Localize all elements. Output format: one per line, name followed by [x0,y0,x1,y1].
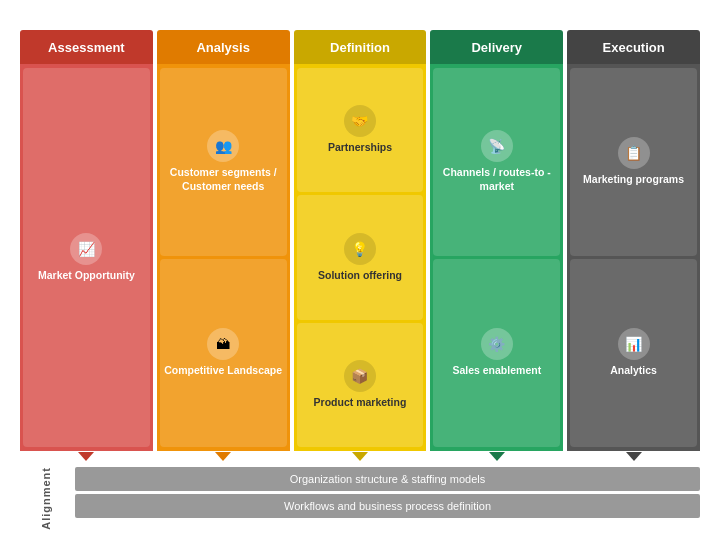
col-arrow-analysis [157,451,290,461]
card-analysis-1: 🏔Competitive Landscape [160,259,287,447]
col-body-analysis: 👥Customer segments / Customer needs🏔Comp… [157,64,290,451]
col-header-delivery: Delivery [430,30,563,64]
card-icon-definition-2: 📦 [344,360,376,392]
alignment-row-1: Workflows and business process definitio… [75,494,700,518]
alignment-row-0: Organization structure & staffing models [75,467,700,491]
card-label-delivery-1: Sales enablement [452,364,541,378]
alignment-section: AlignmentOrganization structure & staffi… [20,467,700,530]
card-icon-definition-1: 💡 [344,233,376,265]
card-label-assessment-0: Market Opportunity [38,269,135,283]
card-delivery-1: ⚙️Sales enablement [433,259,560,447]
page: Assessment📈Market OpportunityAnalysis👥Cu… [0,0,720,540]
col-definition: Definition🤝Partnerships💡Solution offerin… [294,30,427,461]
card-label-execution-1: Analytics [610,364,657,378]
card-icon-analysis-0: 👥 [207,130,239,162]
card-label-definition-2: Product marketing [314,396,407,410]
card-assessment-0: 📈Market Opportunity [23,68,150,447]
framework-grid: Assessment📈Market OpportunityAnalysis👥Cu… [20,30,700,461]
card-label-analysis-0: Customer segments / Customer needs [164,166,283,193]
card-definition-0: 🤝Partnerships [297,68,424,192]
col-delivery: Delivery📡Channels / routes-to -market⚙️S… [430,30,563,461]
card-label-definition-0: Partnerships [328,141,392,155]
card-definition-1: 💡Solution offering [297,195,424,319]
card-analysis-0: 👥Customer segments / Customer needs [160,68,287,256]
card-definition-2: 📦Product marketing [297,323,424,447]
card-icon-execution-0: 📋 [618,137,650,169]
col-header-assessment: Assessment [20,30,153,64]
col-assessment: Assessment📈Market Opportunity [20,30,153,461]
col-body-assessment: 📈Market Opportunity [20,64,153,451]
card-icon-delivery-1: ⚙️ [481,328,513,360]
col-body-execution: 📋Marketing programs📊Analytics [567,64,700,451]
card-delivery-0: 📡Channels / routes-to -market [433,68,560,256]
col-arrow-delivery [430,451,563,461]
card-label-delivery-0: Channels / routes-to -market [437,166,556,193]
col-analysis: Analysis👥Customer segments / Customer ne… [157,30,290,461]
col-arrow-execution [567,451,700,461]
card-label-analysis-1: Competitive Landscape [164,364,282,378]
col-arrow-assessment [20,451,153,461]
col-arrow-definition [294,451,427,461]
card-icon-delivery-0: 📡 [481,130,513,162]
alignment-rows: Organization structure & staffing models… [75,467,700,530]
col-header-definition: Definition [294,30,427,64]
alignment-label-wrap: Alignment [20,467,72,530]
card-icon-analysis-1: 🏔 [207,328,239,360]
col-body-delivery: 📡Channels / routes-to -market⚙️Sales ena… [430,64,563,451]
card-icon-execution-1: 📊 [618,328,650,360]
card-execution-0: 📋Marketing programs [570,68,697,256]
col-header-analysis: Analysis [157,30,290,64]
card-execution-1: 📊Analytics [570,259,697,447]
col-body-definition: 🤝Partnerships💡Solution offering📦Product … [294,64,427,451]
card-icon-assessment-0: 📈 [70,233,102,265]
col-header-execution: Execution [567,30,700,64]
card-label-execution-0: Marketing programs [583,173,684,187]
card-label-definition-1: Solution offering [318,269,402,283]
alignment-label: Alignment [40,467,52,530]
card-icon-definition-0: 🤝 [344,105,376,137]
col-execution: Execution📋Marketing programs📊Analytics [567,30,700,461]
